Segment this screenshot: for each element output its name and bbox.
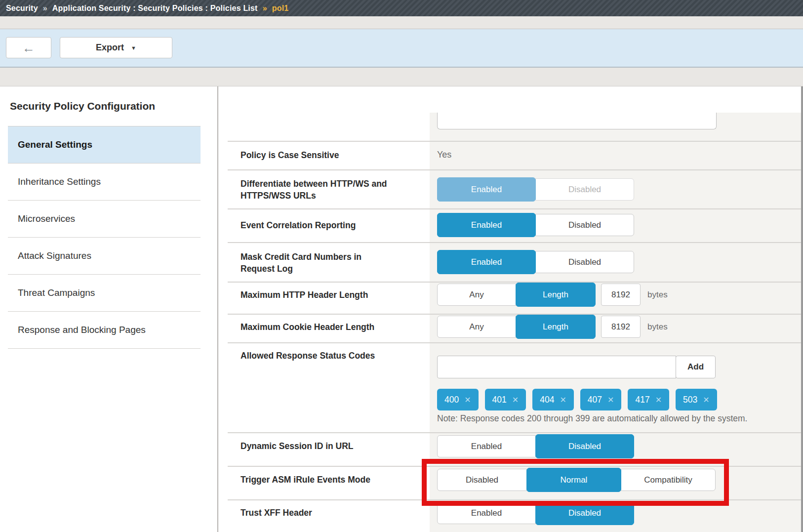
enabled-option[interactable]: Enabled — [437, 177, 536, 202]
breadcrumb-separator-icon: » — [263, 4, 267, 13]
status-code-value: 400 — [444, 395, 459, 405]
row-divider — [228, 499, 801, 500]
breadcrumb-section[interactable]: Security — [6, 4, 38, 13]
disabled-option[interactable]: Disabled — [535, 178, 634, 201]
sidebar-item-label: Threat Campaigns — [18, 287, 95, 298]
max-cookie-header-length-input[interactable] — [601, 316, 641, 338]
setting-label-trust-xff: Trust XFF Header — [241, 507, 312, 519]
enabled-option[interactable]: Enabled — [437, 435, 536, 457]
length-option[interactable]: Length — [516, 315, 596, 339]
setting-label-event-correlation: Event Correlation Reporting — [241, 219, 356, 231]
remove-icon[interactable]: ✕ — [655, 395, 662, 405]
breadcrumb: Security » Application Security : Securi… — [0, 0, 803, 16]
toolbar: ← Export ▼ — [0, 29, 803, 68]
sidebar-title: Security Policy Configuration — [10, 100, 155, 112]
setting-label-max-http-header: Maximum HTTP Header Length — [241, 289, 368, 301]
differentiate-urls-toggle: Enabled Disabled — [437, 178, 634, 201]
sidebar-item-attack-signatures[interactable]: Attack Signatures — [8, 238, 201, 275]
row-divider — [228, 208, 801, 209]
remove-icon[interactable]: ✕ — [607, 395, 614, 405]
back-arrow-icon: ← — [22, 41, 35, 54]
breadcrumb-path[interactable]: Application Security : Security Policies… — [52, 4, 258, 13]
row-divider — [228, 141, 801, 142]
content-area: Security Policy Configuration General Se… — [0, 86, 803, 532]
remove-icon[interactable]: ✕ — [512, 395, 519, 405]
status-code-value: 401 — [492, 395, 507, 405]
disabled-option[interactable]: Disabled — [535, 251, 634, 273]
status-code-chip[interactable]: 417 ✕ — [628, 389, 669, 410]
status-code-value: 503 — [683, 395, 697, 405]
row-divider — [228, 466, 801, 467]
export-button[interactable]: Export ▼ — [60, 37, 172, 58]
setting-label-mask-credit-card: Mask Credit Card Numbers in Request Log — [241, 251, 384, 275]
status-code-chip[interactable]: 404 ✕ — [532, 389, 574, 410]
back-button[interactable]: ← — [6, 37, 51, 58]
row-divider — [228, 314, 801, 315]
disabled-option[interactable]: Disabled — [535, 434, 634, 458]
sidebar-item-label: Response and Blocking Pages — [18, 325, 146, 335]
max-cookie-header-unit: bytes — [647, 322, 668, 332]
case-sensitive-value: Yes — [437, 150, 451, 160]
max-http-header-toggle: Any Length — [437, 284, 596, 306]
sidebar-item-general-settings[interactable]: General Settings — [8, 126, 201, 164]
remove-icon[interactable]: ✕ — [464, 395, 471, 405]
setting-label-dynamic-session-id: Dynamic Session ID in URL — [241, 440, 354, 452]
enabled-option[interactable]: Enabled — [437, 213, 536, 237]
row-divider — [228, 169, 801, 170]
row-divider — [228, 432, 801, 433]
sidebar-item-inheritance-settings[interactable]: Inheritance Settings — [8, 164, 201, 201]
sidebar-item-response-blocking-pages[interactable]: Response and Blocking Pages — [8, 312, 201, 349]
disabled-option[interactable]: Disabled — [437, 469, 527, 491]
event-correlation-toggle: Enabled Disabled — [437, 214, 634, 236]
sidebar-item-label: Attack Signatures — [18, 250, 91, 261]
setting-label-differentiate-urls: Differentiate between HTTP/WS and HTTPS/… — [241, 178, 408, 202]
status-codes-note: Note: Response codes 200 through 399 are… — [437, 413, 747, 424]
status-code-input[interactable] — [437, 356, 676, 378]
sidebar-item-microservices[interactable]: Microservices — [8, 201, 201, 238]
setting-label-allowed-status-codes: Allowed Response Status Codes — [241, 350, 375, 362]
max-http-header-unit: bytes — [647, 290, 668, 300]
status-code-chip[interactable]: 407 ✕ — [580, 389, 622, 410]
setting-label-trigger-irule-events: Trigger ASM iRule Events Mode — [241, 474, 370, 486]
row-divider — [228, 242, 801, 243]
status-code-value: 407 — [588, 395, 602, 405]
row-divider — [228, 282, 801, 283]
breadcrumb-separator-icon: » — [43, 4, 47, 13]
truncated-input[interactable] — [437, 113, 717, 129]
header-spacer — [0, 16, 803, 29]
status-code-chip[interactable]: 401 ✕ — [485, 389, 526, 410]
normal-option[interactable]: Normal — [526, 468, 621, 492]
chevron-down-icon: ▼ — [131, 45, 136, 51]
sidebar-nav: General Settings Inheritance Settings Mi… — [8, 126, 201, 349]
any-option[interactable]: Any — [437, 316, 516, 338]
remove-icon[interactable]: ✕ — [703, 395, 709, 405]
sidebar-item-threat-campaigns[interactable]: Threat Campaigns — [8, 275, 201, 312]
window-edge — [801, 86, 803, 532]
max-http-header-length-input[interactable] — [601, 284, 641, 306]
setting-label-case-sensitive: Policy is Case Sensitive — [241, 149, 339, 161]
any-option[interactable]: Any — [437, 284, 516, 306]
max-cookie-header-toggle: Any Length — [437, 316, 596, 338]
trigger-irule-events-toggle: Disabled Normal Compatibility — [437, 469, 716, 491]
breadcrumb-current-policy: pol1 — [272, 4, 289, 13]
status-code-chip-list: 400 ✕ 401 ✕ 404 ✕ 407 ✕ 417 ✕ 503 ✕ — [437, 389, 717, 410]
enabled-option[interactable]: Enabled — [437, 502, 536, 524]
setting-label-max-cookie-header: Maximum Cookie Header Length — [241, 321, 374, 333]
status-code-chip[interactable]: 400 ✕ — [437, 389, 479, 410]
disabled-option[interactable]: Disabled — [535, 501, 634, 525]
settings-panel: Policy is Case Sensitive Yes Differentia… — [218, 86, 803, 532]
toolbar-spacer — [0, 68, 803, 86]
disabled-option[interactable]: Disabled — [535, 214, 634, 236]
mask-credit-card-toggle: Enabled Disabled — [437, 251, 634, 273]
length-option[interactable]: Length — [516, 283, 596, 307]
status-code-chip[interactable]: 503 ✕ — [676, 389, 717, 410]
sidebar-item-label: General Settings — [18, 139, 92, 150]
compatibility-option[interactable]: Compatibility — [621, 469, 716, 491]
row-divider — [228, 342, 801, 343]
sidebar-item-label: Microservices — [18, 213, 75, 224]
add-status-code-button[interactable]: Add — [676, 356, 716, 378]
trust-xff-toggle: Enabled Disabled — [437, 502, 634, 524]
status-code-value: 417 — [635, 395, 649, 405]
enabled-option[interactable]: Enabled — [437, 250, 536, 274]
remove-icon[interactable]: ✕ — [560, 395, 566, 405]
